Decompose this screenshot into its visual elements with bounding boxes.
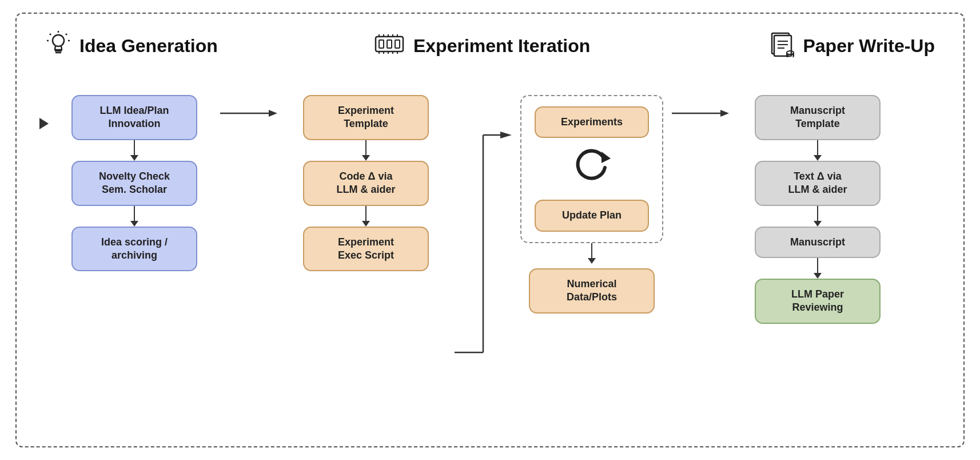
svg-marker-39 <box>720 110 729 117</box>
svg-marker-32 <box>269 110 277 117</box>
update-plan-node: Update Plan <box>535 200 649 231</box>
arrow-iteration-paper <box>672 108 729 119</box>
idea-scoring-node: Idea scoring /archiving <box>71 227 197 272</box>
arrow-down-1 <box>130 140 138 161</box>
paper-icon <box>768 31 795 61</box>
arrow-down-2 <box>130 206 138 227</box>
svg-marker-37 <box>601 152 611 163</box>
novelty-check-node: Novelty CheckSem. Scholar <box>71 161 197 206</box>
manuscript-node: Manuscript <box>755 227 881 258</box>
arrow-col2-iteration <box>455 89 512 398</box>
code-delta-node: Code Δ viaLLM & aider <box>303 161 429 206</box>
arrow-down-iter <box>588 243 596 268</box>
paper-writeup-title: Paper Write-Up <box>803 35 935 57</box>
svg-rect-8 <box>376 37 403 51</box>
experiment-col: ExperimentTemplate Code Δ viaLLM & aider… <box>277 78 455 271</box>
exp-exec-node: ExperimentExec Script <box>303 227 429 272</box>
numerical-data-node: NumericalData/Plots <box>529 268 655 314</box>
manuscript-template-node: ManuscriptTemplate <box>755 95 881 140</box>
lightbulb-icon <box>45 31 71 61</box>
arrow-down-6 <box>814 206 822 227</box>
refresh-icon <box>572 146 612 192</box>
diagram-container: Idea Generation <box>15 13 965 447</box>
experiments-node: Experiments <box>535 106 649 138</box>
svg-rect-11 <box>395 40 400 48</box>
gpu-icon <box>373 31 405 61</box>
section-header-experiment: Experiment Iteration <box>373 31 590 61</box>
arrow-down-3 <box>362 140 370 161</box>
llm-reviewing-node: LLM PaperReviewing <box>755 279 881 324</box>
experiment-iteration-title: Experiment Iteration <box>413 35 590 57</box>
svg-point-0 <box>53 35 64 46</box>
svg-rect-23 <box>774 35 791 56</box>
idea-generation-col: LLM Idea/PlanInnovation Novelty CheckSem… <box>49 78 220 271</box>
svg-line-5 <box>66 34 67 35</box>
idea-generation-title: Idea Generation <box>79 35 218 57</box>
section-header-paper: Paper Write-Up <box>768 31 935 61</box>
exp-template-node: ExperimentTemplate <box>303 95 429 140</box>
svg-line-4 <box>50 34 51 35</box>
iteration-box: Experiments Update Plan <box>520 95 663 243</box>
arrow-down-4 <box>362 206 370 227</box>
paper-col: ManuscriptTemplate Text Δ viaLLM & aider… <box>729 78 906 324</box>
llm-idea-node: LLM Idea/PlanInnovation <box>71 95 197 140</box>
text-delta-node: Text Δ viaLLM & aider <box>755 161 881 206</box>
arrow-down-7 <box>814 258 822 279</box>
section-header-idea: Idea Generation <box>45 31 218 61</box>
svg-marker-36 <box>500 132 512 138</box>
svg-rect-9 <box>379 40 384 48</box>
arrow-down-5 <box>814 140 822 161</box>
section-headers: Idea Generation <box>39 31 941 61</box>
arrow-col1-col2 <box>220 108 277 119</box>
svg-rect-10 <box>387 40 392 48</box>
